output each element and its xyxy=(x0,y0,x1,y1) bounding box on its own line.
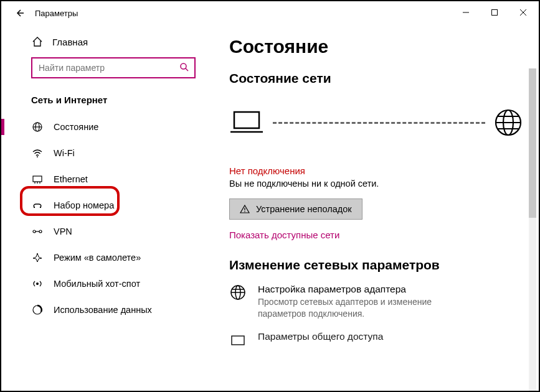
sharing-title: Параметры общего доступа xyxy=(258,331,383,342)
svg-rect-11 xyxy=(33,176,42,182)
network-diagram xyxy=(229,101,523,144)
back-button[interactable] xyxy=(10,4,29,22)
adapter-settings-item[interactable]: Настройка параметров адаптера Просмотр с… xyxy=(229,284,523,320)
page-title: Состояние xyxy=(229,36,523,57)
sharing-settings-item[interactable]: Параметры общего доступа xyxy=(229,331,523,348)
title-bar: Параметры xyxy=(1,1,539,25)
scrollbar[interactable] xyxy=(529,68,536,391)
maximize-icon xyxy=(491,9,498,16)
minimize-button[interactable] xyxy=(452,2,480,22)
maximize-button[interactable] xyxy=(480,2,509,22)
svg-point-16 xyxy=(40,207,41,208)
computer-icon xyxy=(229,110,264,136)
troubleshoot-label: Устранение неполадок xyxy=(256,204,352,214)
window-controls xyxy=(452,2,538,22)
search-icon xyxy=(179,62,189,72)
dialup-icon xyxy=(31,200,44,211)
adapter-icon xyxy=(229,284,247,301)
close-button[interactable] xyxy=(509,2,538,22)
svg-line-6 xyxy=(186,68,188,71)
arrow-left-icon xyxy=(14,8,24,18)
svg-point-17 xyxy=(33,230,36,233)
sidebar-item-wifi[interactable]: Wi-Fi xyxy=(1,140,213,166)
minimize-icon xyxy=(462,9,470,16)
svg-rect-35 xyxy=(232,336,244,345)
home-nav[interactable]: Главная xyxy=(1,31,213,52)
svg-point-20 xyxy=(36,282,39,285)
adapter-title: Настройка параметров адаптера xyxy=(258,284,482,295)
internet-globe-icon xyxy=(494,108,523,137)
svg-point-5 xyxy=(181,63,186,69)
search-input[interactable] xyxy=(31,57,196,78)
svg-point-18 xyxy=(39,230,42,233)
sidebar-item-label: VPN xyxy=(54,226,72,236)
sidebar-item-label: Мобильный хот-спот xyxy=(54,279,140,289)
connection-error-title: Нет подключения xyxy=(229,166,523,176)
sidebar-item-label: Набор номера xyxy=(54,200,114,210)
sidebar-item-label: Режим «в самолете» xyxy=(54,253,141,263)
sidebar-item-label: Ethernet xyxy=(54,174,88,184)
vpn-icon xyxy=(31,226,44,237)
sidebar-item-hotspot[interactable]: Мобильный хот-спот xyxy=(1,271,213,297)
svg-rect-2 xyxy=(492,10,498,16)
warning-icon xyxy=(240,204,250,214)
connection-error-desc: Вы не подключены ни к одной сети. xyxy=(229,179,523,189)
troubleshoot-button[interactable]: Устранение неполадок xyxy=(229,198,362,220)
data-usage-icon xyxy=(31,304,44,315)
connection-line xyxy=(273,122,485,124)
content-pane: Состояние Состояние сети Нет подключения… xyxy=(213,25,539,391)
sidebar-item-label: Wi-Fi xyxy=(54,148,75,158)
wifi-icon xyxy=(31,147,44,159)
ethernet-icon xyxy=(31,174,44,185)
window-title: Параметры xyxy=(35,9,78,18)
airplane-icon xyxy=(31,252,44,263)
sidebar: Главная Сеть и Интернет Состояние Wi-Fi xyxy=(1,25,213,391)
home-icon xyxy=(31,36,44,47)
sidebar-item-ethernet[interactable]: Ethernet xyxy=(1,166,213,192)
network-status-heading: Состояние сети xyxy=(229,71,523,86)
svg-point-30 xyxy=(244,211,245,212)
hotspot-icon xyxy=(31,278,44,289)
sharing-icon xyxy=(229,331,247,348)
sidebar-item-airplane[interactable]: Режим «в самолете» xyxy=(1,245,213,271)
change-settings-heading: Изменение сетевых параметров xyxy=(229,258,523,273)
svg-point-10 xyxy=(37,156,38,157)
adapter-desc: Просмотр сетевых адаптеров и изменение п… xyxy=(258,296,482,320)
svg-rect-22 xyxy=(234,112,259,128)
svg-point-15 xyxy=(34,207,35,208)
show-networks-link[interactable]: Показать доступные сети xyxy=(229,230,523,240)
sidebar-item-label: Состояние xyxy=(54,122,98,132)
sidebar-item-dialup[interactable]: Набор номера xyxy=(1,192,213,218)
sidebar-item-data-usage[interactable]: Использование данных xyxy=(1,297,213,323)
home-label: Главная xyxy=(52,37,88,47)
scrollbar-thumb[interactable] xyxy=(529,68,536,218)
globe-icon xyxy=(31,121,44,133)
close-icon xyxy=(519,9,527,16)
sidebar-item-label: Использование данных xyxy=(54,305,152,315)
sidebar-item-status[interactable]: Состояние xyxy=(1,114,213,140)
sidebar-item-vpn[interactable]: VPN xyxy=(1,218,213,245)
sidebar-section-title: Сеть и Интернет xyxy=(1,95,213,114)
